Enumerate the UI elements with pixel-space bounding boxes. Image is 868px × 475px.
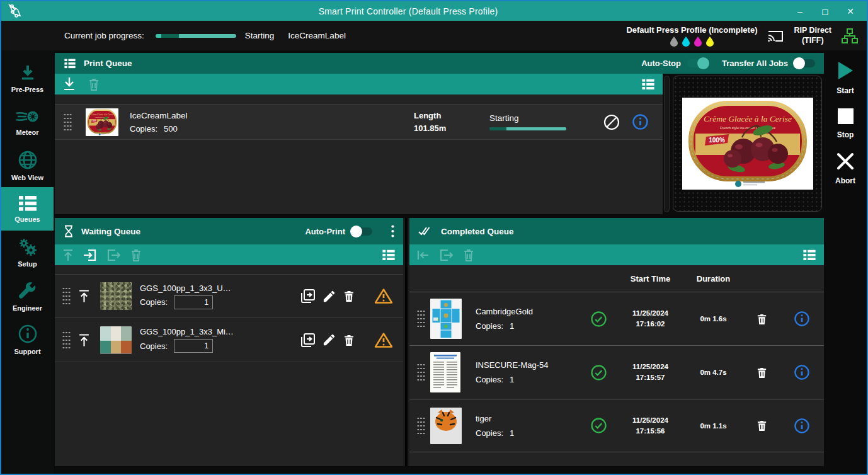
drag-handle-icon[interactable]: [417, 362, 425, 382]
delete-job-icon[interactable]: [343, 289, 355, 303]
waiting-queue-menu-icon[interactable]: [391, 225, 394, 238]
maximize-button[interactable]: ◻: [813, 3, 838, 20]
move-to-top-toolbar-icon[interactable]: [62, 249, 74, 261]
sidebar-item-label: Meteor: [16, 129, 38, 136]
import-job-icon[interactable]: [83, 249, 97, 261]
job-thumbnail: [430, 352, 460, 392]
transfer-all-jobs-toggle[interactable]: [794, 59, 815, 67]
stop-icon: [837, 108, 854, 125]
warning-icon[interactable]: [374, 288, 393, 304]
ink-drop-cyan-icon: [682, 37, 690, 47]
completed-queue-view-toggle-icon[interactable]: [802, 249, 816, 261]
copies-label: Copies:: [476, 428, 503, 438]
pre-press-icon: [18, 64, 37, 82]
drag-handle-icon[interactable]: [64, 113, 72, 131]
auto-stop-toggle[interactable]: [687, 59, 708, 67]
waiting-queue-panel: Waiting Queue Auto-Print: [55, 218, 403, 466]
duplicate-job-icon[interactable]: [300, 333, 316, 348]
network-status-icon[interactable]: [842, 28, 858, 43]
drag-handle-icon[interactable]: [62, 287, 71, 305]
job-info-icon[interactable]: [794, 418, 810, 434]
copies-label: Copies:: [140, 297, 168, 307]
copies-input[interactable]: [174, 339, 213, 353]
drag-handle-icon[interactable]: [417, 309, 425, 329]
top-status-bar: Current job progress: Starting IceCreamL…: [1, 21, 867, 50]
duration: 0m 1.6s: [683, 315, 743, 323]
job-thumbnail: [86, 108, 118, 136]
print-queue-panel: Print Queue Auto-Stop Transfer All Jobs: [55, 53, 824, 214]
sidebar-item-queues[interactable]: Queues: [1, 187, 54, 231]
drag-handle-icon[interactable]: [62, 331, 71, 349]
delete-job-icon[interactable]: [343, 333, 355, 347]
stop-button[interactable]: Stop: [837, 108, 854, 139]
start-date: 11/25/2024: [617, 308, 683, 319]
close-button[interactable]: ✕: [838, 3, 863, 20]
move-to-top-icon[interactable]: [78, 289, 90, 303]
start-time: 17:15:56: [617, 426, 683, 437]
app-window: Smart Print Controller (Default Press Pr…: [0, 0, 868, 475]
start-button[interactable]: Start: [836, 60, 855, 95]
waiting-job-row: GGS_100pp_1_3x3_U… Copies:: [55, 274, 403, 318]
sidebar-item-meteor[interactable]: Meteor: [1, 100, 54, 144]
print-job-row: IceCreamLabel Copies: 500 Length 101.85m: [55, 104, 663, 140]
print-queue-view-toggle-icon[interactable]: [641, 79, 655, 90]
completed-job-row: tiger Copies: 1: [409, 399, 824, 452]
sidebar-item-support[interactable]: Support: [1, 318, 54, 361]
sidebar-item-label: Engineer: [13, 304, 42, 312]
move-to-first-toolbar-icon[interactable]: [417, 249, 430, 261]
job-info-icon[interactable]: [632, 113, 649, 130]
job-preview-panel: [673, 76, 822, 212]
copies-input[interactable]: [174, 295, 213, 309]
print-queue-scrollbar[interactable]: [664, 76, 670, 212]
send-to-print-icon[interactable]: [62, 77, 76, 92]
delete-job-icon[interactable]: [756, 366, 768, 379]
print-queue-title: Print Queue: [84, 59, 132, 68]
delete-job-icon[interactable]: [756, 419, 768, 432]
job-info-icon[interactable]: [794, 311, 810, 327]
job-status: Starting: [489, 113, 590, 123]
move-to-top-icon[interactable]: [78, 333, 90, 347]
sidebar-item-engineer[interactable]: Engineer: [1, 274, 54, 318]
duration: 0m 4.7s: [683, 369, 743, 376]
play-icon: [836, 60, 855, 81]
rip-mode: RIP Direct (TIFF): [794, 26, 831, 45]
export-job-icon[interactable]: [439, 249, 453, 261]
sidebar-item-web-view[interactable]: Web View: [1, 144, 54, 187]
rip-mode-line2: (TIFF): [794, 36, 831, 46]
delete-job-toolbar-icon[interactable]: [130, 248, 142, 262]
delete-job-icon[interactable]: [756, 312, 768, 326]
export-job-icon[interactable]: [106, 249, 120, 261]
sidebar-item-label: Pre-Press: [11, 86, 43, 93]
meteor-icon: [15, 108, 40, 125]
waiting-queue-title: Waiting Queue: [81, 227, 140, 236]
delete-job-toolbar-icon[interactable]: [88, 77, 100, 91]
duplicate-job-icon[interactable]: [300, 289, 316, 304]
queues-icon: [18, 195, 38, 212]
sidebar-item-setup[interactable]: Setup: [1, 231, 54, 274]
cancel-job-icon[interactable]: [603, 113, 620, 131]
copies-value: 1: [510, 428, 514, 438]
minimize-button[interactable]: –: [787, 3, 813, 20]
transfer-all-jobs-label: Transfer All Jobs: [722, 59, 788, 68]
abort-icon: [836, 152, 855, 171]
start-date: 11/25/2024: [617, 362, 683, 372]
warning-icon[interactable]: [374, 332, 393, 348]
engineer-icon: [18, 280, 38, 300]
job-info-icon[interactable]: [794, 364, 810, 381]
drag-handle-icon[interactable]: [417, 416, 425, 436]
stop-label: Stop: [837, 130, 854, 139]
completed-queue-title: Completed Queue: [441, 227, 514, 236]
cast-icon[interactable]: [767, 29, 784, 43]
delete-job-toolbar-icon[interactable]: [462, 248, 475, 262]
length-label: Length: [414, 110, 489, 122]
sidebar-item-pre-press[interactable]: Pre-Press: [1, 57, 54, 100]
edit-job-icon[interactable]: [322, 289, 336, 304]
completed-queue-list: Start Time Duration: [409, 265, 824, 466]
panel-divider[interactable]: [403, 218, 409, 466]
auto-print-toggle[interactable]: [351, 227, 372, 236]
waiting-queue-view-toggle-icon[interactable]: [382, 249, 396, 261]
edit-job-icon[interactable]: [322, 333, 336, 347]
abort-button[interactable]: Abort: [835, 152, 855, 185]
duration: 0m 1.1s: [683, 422, 743, 430]
start-label: Start: [837, 86, 854, 95]
